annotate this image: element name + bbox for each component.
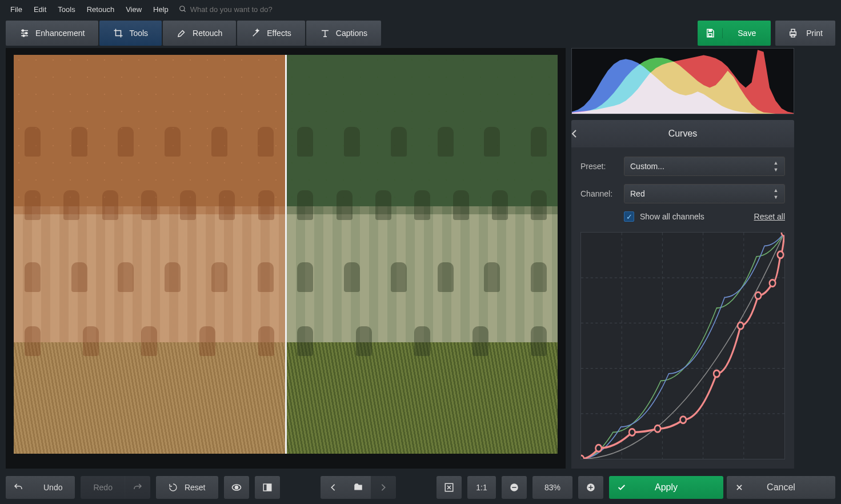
image-canvas[interactable] xyxy=(6,48,566,469)
reset-icon xyxy=(169,483,178,492)
actual-size-button[interactable]: 1:1 xyxy=(467,476,496,499)
histogram xyxy=(571,48,794,114)
svg-rect-34 xyxy=(263,484,267,491)
print-button[interactable]: Print xyxy=(775,21,835,46)
preset-select[interactable]: Custom... ▲▼ xyxy=(624,157,785,176)
spinner-icon: ▲▼ xyxy=(771,187,781,201)
tab-label: Tools xyxy=(129,29,148,38)
tab-label: Retouch xyxy=(193,29,222,38)
channel-value: Red xyxy=(630,189,645,198)
tab-enhancement[interactable]: Enhancement xyxy=(6,21,98,46)
cancel-label: Cancel xyxy=(752,482,835,493)
menu-file[interactable]: File xyxy=(5,2,28,17)
tab-label: Enhancement xyxy=(35,29,85,38)
menu-tools[interactable]: Tools xyxy=(52,2,81,17)
svg-rect-8 xyxy=(708,29,712,32)
cancel-button[interactable]: Cancel xyxy=(727,476,835,499)
check-icon xyxy=(609,483,634,492)
save-icon xyxy=(698,28,723,38)
svg-rect-11 xyxy=(791,29,795,32)
ratio-label: 1:1 xyxy=(476,483,487,492)
crop-icon xyxy=(113,28,123,38)
reset-label: Reset xyxy=(185,483,206,492)
svg-point-33 xyxy=(235,486,238,489)
tab-tools[interactable]: Tools xyxy=(99,21,162,46)
spinner-icon: ▲▼ xyxy=(771,159,781,173)
preset-label: Preset: xyxy=(580,162,617,171)
zoom-out-button[interactable] xyxy=(502,476,527,499)
tab-label: Effects xyxy=(267,29,291,38)
reset-button[interactable]: Reset xyxy=(156,476,218,499)
main-toolbar: Enhancement Tools Retouch Effects Captio… xyxy=(0,18,841,48)
channel-select[interactable]: Red ▲▼ xyxy=(624,184,785,203)
undo-label: Undo xyxy=(43,483,62,492)
panel-title: Curves xyxy=(594,129,794,139)
toggle-preview-button[interactable] xyxy=(224,476,249,499)
tab-label: Captions xyxy=(336,29,367,38)
svg-rect-38 xyxy=(512,487,516,488)
zoom-value[interactable]: 83% xyxy=(532,476,572,499)
svg-point-7 xyxy=(23,35,25,37)
text-icon xyxy=(320,28,330,38)
apply-button[interactable]: Apply xyxy=(609,476,723,499)
save-button[interactable]: Save xyxy=(698,21,771,46)
before-after-photo xyxy=(14,55,558,454)
menu-help[interactable]: Help xyxy=(147,2,174,17)
menu-bar: File Edit Tools Retouch View Help xyxy=(0,0,841,18)
reset-all-link[interactable]: Reset all xyxy=(754,212,785,221)
svg-point-22 xyxy=(595,445,601,451)
tab-captions[interactable]: Captions xyxy=(306,21,381,46)
sliders-icon xyxy=(19,28,30,38)
svg-point-6 xyxy=(26,33,27,34)
compare-button[interactable] xyxy=(255,476,280,499)
tab-effects[interactable]: Effects xyxy=(237,21,305,46)
channel-label: Channel: xyxy=(580,189,617,198)
curves-editor[interactable] xyxy=(580,232,785,459)
svg-rect-9 xyxy=(708,34,712,37)
undo-icon-button[interactable] xyxy=(6,476,31,499)
close-icon xyxy=(727,483,752,491)
svg-point-29 xyxy=(770,280,775,287)
panel-header: Curves xyxy=(571,120,794,147)
show-all-channels-checkbox[interactable]: ✓ xyxy=(624,211,634,222)
svg-point-24 xyxy=(655,425,660,432)
svg-line-1 xyxy=(184,10,186,12)
menu-retouch[interactable]: Retouch xyxy=(81,2,120,17)
print-icon xyxy=(788,28,798,38)
curves-panel: Preset: Custom... ▲▼ Channel: Red ▲▼ ✓ S… xyxy=(571,147,794,469)
photo-after xyxy=(287,55,558,454)
menu-edit[interactable]: Edit xyxy=(28,2,52,17)
footer-bar: Undo Redo Reset 1:1 83% Apply Cancel xyxy=(0,474,841,504)
svg-point-5 xyxy=(22,30,24,31)
svg-rect-35 xyxy=(267,484,271,491)
svg-point-23 xyxy=(629,429,635,435)
back-button[interactable] xyxy=(571,129,594,138)
save-label: Save xyxy=(723,29,771,38)
search-input[interactable] xyxy=(190,5,327,14)
tab-retouch[interactable]: Retouch xyxy=(163,21,236,46)
redo-button[interactable]: Redo xyxy=(81,476,125,499)
svg-point-25 xyxy=(680,417,686,423)
svg-point-26 xyxy=(714,370,719,377)
zoom-in-button[interactable] xyxy=(578,476,603,499)
prev-image-button[interactable] xyxy=(321,476,346,499)
menu-view[interactable]: View xyxy=(120,2,147,17)
svg-rect-41 xyxy=(590,485,591,490)
magic-wand-icon xyxy=(251,28,261,38)
print-label: Print xyxy=(806,29,823,38)
fit-screen-button[interactable] xyxy=(436,476,462,499)
undo-button[interactable]: Undo xyxy=(31,476,75,499)
search-icon xyxy=(179,5,187,13)
open-folder-button[interactable] xyxy=(346,476,371,499)
brush-icon xyxy=(177,28,187,38)
svg-point-0 xyxy=(180,6,185,11)
next-image-button[interactable] xyxy=(371,476,396,499)
redo-label: Redo xyxy=(93,483,112,492)
svg-point-28 xyxy=(755,292,761,299)
svg-point-31 xyxy=(782,233,784,236)
svg-point-21 xyxy=(581,455,584,459)
redo-icon-button[interactable] xyxy=(125,476,150,499)
svg-point-30 xyxy=(778,251,783,258)
photo-before xyxy=(14,55,285,454)
show-all-channels-label: Show all channels xyxy=(640,212,748,221)
